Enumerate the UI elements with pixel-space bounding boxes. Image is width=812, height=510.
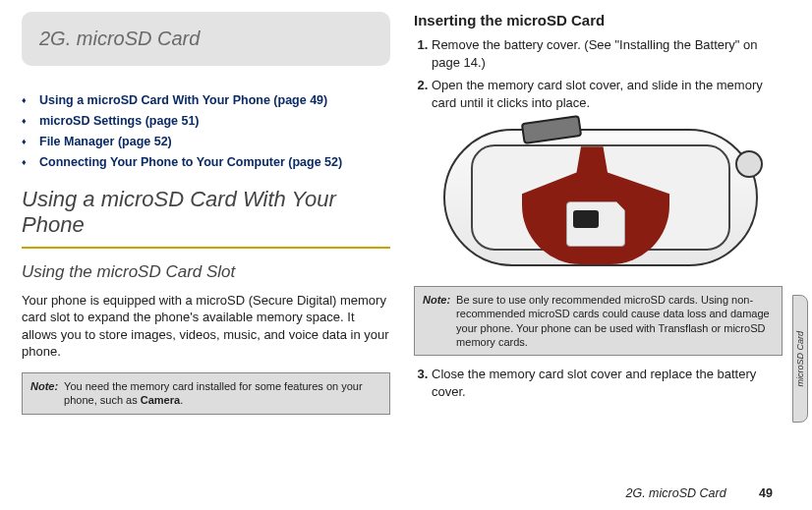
inserting-heading: Inserting the microSD Card bbox=[414, 12, 783, 28]
chapter-tab: 2G. microSD Card bbox=[22, 12, 390, 66]
section-rule bbox=[22, 247, 390, 249]
step-item: Open the memory card slot cover, and sli… bbox=[432, 77, 783, 111]
microsd-card-icon bbox=[566, 201, 625, 247]
subsection-heading: Using the microSD Card Slot bbox=[22, 262, 390, 282]
steps-list: Remove the battery cover. (See "Installi… bbox=[432, 36, 783, 111]
section-heading: Using a microSD Card With Your Phone bbox=[22, 187, 390, 239]
footer-page-number: 49 bbox=[759, 486, 773, 500]
note-text: Be sure to use only recommended microSD … bbox=[456, 293, 774, 349]
note-box: Note: You need the memory card installed… bbox=[22, 372, 390, 415]
page-footer: 2G. microSD Card 49 bbox=[626, 486, 774, 500]
note-label: Note: bbox=[423, 293, 450, 349]
table-of-contents: Using a microSD Card With Your Phone (pa… bbox=[22, 93, 390, 169]
toc-item[interactable]: Connecting Your Phone to Your Computer (… bbox=[22, 155, 390, 169]
note-box: Note: Be sure to use only recommended mi… bbox=[414, 286, 783, 356]
steps-list-continued: Close the memory card slot cover and rep… bbox=[432, 366, 783, 400]
left-column: 2G. microSD Card Using a microSD Card Wi… bbox=[22, 12, 390, 425]
side-thumb-tab: microSD Card bbox=[792, 295, 808, 423]
toc-item[interactable]: Using a microSD Card With Your Phone (pa… bbox=[22, 93, 390, 107]
camera-lens-icon bbox=[735, 150, 763, 178]
step-item: Remove the battery cover. (See "Installi… bbox=[432, 36, 783, 71]
body-paragraph: Your phone is equipped with a microSD (S… bbox=[22, 292, 390, 361]
side-tab-label: microSD Card bbox=[795, 331, 805, 387]
insert-sd-diagram bbox=[414, 119, 783, 276]
right-column: Inserting the microSD Card Remove the ba… bbox=[414, 12, 783, 425]
chapter-label: 2G. microSD Card bbox=[39, 28, 200, 49]
footer-chapter: 2G. microSD Card bbox=[626, 486, 726, 500]
toc-item[interactable]: File Manager (page 52) bbox=[22, 135, 390, 148]
note-label: Note: bbox=[30, 379, 58, 408]
step-item: Close the memory card slot cover and rep… bbox=[432, 366, 783, 400]
note-text: You need the memory card installed for s… bbox=[64, 379, 381, 408]
toc-item[interactable]: microSD Settings (page 51) bbox=[22, 114, 390, 128]
